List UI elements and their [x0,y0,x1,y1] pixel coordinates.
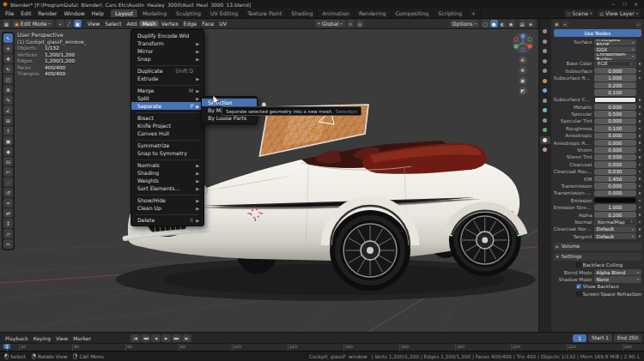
property-value-field[interactable]: 0.000 [594,68,636,74]
decorator-dot-icon[interactable] [638,200,641,202]
shading-mode-button-solid-shading[interactable]: ● [490,20,498,27]
decorator-dot-icon[interactable] [638,135,641,137]
current-frame-field[interactable]: 1 [573,334,586,342]
menu-item[interactable]: Normals ▶ [131,161,204,169]
tool-button-tool-move[interactable]: ✥ [3,54,13,63]
checkbox[interactable] [576,292,581,297]
menu-item[interactable]: Transform ▶ [131,39,204,47]
decorator-dot-icon[interactable] [638,235,641,238]
settings-value-field[interactable] [576,284,581,289]
decorator-dot-icon[interactable] [638,171,641,173]
viewport-menu-item[interactable]: UV [216,21,229,27]
tool-button-tool-bevel[interactable]: ◆ [3,147,13,156]
settings-value-field[interactable]: None [594,276,641,282]
playback-button-next-keyframe[interactable]: ▶▶ [172,334,181,342]
decorator-dot-icon[interactable] [638,99,641,101]
decorator-dot-icon[interactable] [638,128,641,130]
decorator-dot-icon[interactable] [638,228,641,231]
shading-mode-button-rendered-shading[interactable]: ◉ [507,20,515,27]
decorator-dot-icon[interactable] [638,207,641,209]
menu-item[interactable]: Separate P ▶ [131,102,204,110]
property-value-field[interactable]: 1.450 [594,176,636,182]
decorator-dot-icon[interactable] [638,149,641,152]
options-dropdown[interactable]: Options ▾ [450,20,479,27]
app-menu-item[interactable]: Window [60,9,88,17]
playback-button-play-reverse[interactable]: ◀ [151,334,161,342]
properties-tab-output[interactable] [540,38,550,45]
decorator-dot-icon[interactable] [638,141,641,144]
menu-item[interactable]: Extrude ▶ [131,75,204,82]
search-icon[interactable]: ⌕ [635,21,641,27]
workspace-tab[interactable]: Shading [287,9,318,17]
decorator-dot-icon[interactable] [638,113,641,116]
proportional-editing-icon[interactable]: ◎ [356,20,364,27]
property-value-field[interactable]: 0.000 [594,183,636,189]
viewport-gizmo-button-zoom-gizmo[interactable]: ⊕ [519,56,527,64]
properties-tab-physics[interactable] [540,106,550,114]
settings-value-field[interactable]: Alpha Blend [594,269,641,275]
decorator-dot-icon[interactable] [638,192,641,195]
viewport-menu-item[interactable]: Add [124,21,139,27]
checkbox[interactable] [576,284,581,289]
workspace-tab[interactable]: Rendering [355,9,392,17]
properties-tab-constraints[interactable] [540,117,550,124]
select-mode-button-vertex-select[interactable]: ∙ [57,20,64,27]
viewport-gizmo-button-camera-view-gizmo[interactable]: ▣ [519,76,527,85]
tool-button-tool-annotate[interactable]: ✎ [3,95,13,105]
app-menu-item[interactable]: File [2,9,17,17]
property-value-field[interactable] [594,97,636,103]
viewport-gizmo-button-perspective-toggle-gizmo[interactable]: ◩ [519,87,527,95]
menu-item[interactable]: Snap ▶ [131,55,204,63]
workspace-tab[interactable]: UV Editing [206,9,243,17]
decorator-dot-icon[interactable] [638,92,641,94]
menu-item[interactable]: Split ▶ [131,94,204,102]
app-menu-item[interactable]: Render [34,9,60,17]
app-menu-item[interactable]: Edit [17,9,34,17]
end-frame-field[interactable]: End 250 [614,334,641,342]
property-value-field[interactable]: 0.500 [594,111,636,117]
tool-button-tool-select-box[interactable]: ↖ [3,33,13,43]
property-value-field[interactable]: 0.030 [594,169,636,175]
tool-button-tool-shear[interactable]: ▱ [3,229,13,238]
playback-button-prev-keyframe[interactable]: ◀◀ [141,334,150,342]
workspace-tab[interactable]: + [467,9,481,17]
menu-item[interactable]: ▶ [136,63,199,66]
menu-item[interactable]: Shading ▶ [131,169,204,177]
property-value-field[interactable]: Principled BSDF [594,39,636,45]
menu-item[interactable]: Duplicate Shift D ▶ [131,67,204,75]
property-value-field[interactable]: 0.500 [594,154,636,160]
tool-button-tool-cursor[interactable]: ✛ [3,44,13,53]
property-value-field[interactable]: 0.000 [594,118,636,124]
property-value-field[interactable]: 0.000 [594,104,636,110]
menu-item[interactable]: ▶ [136,111,199,113]
menu-item[interactable]: Clean Up ▶ [131,204,204,212]
property-value-field[interactable]: 1.000 [594,75,636,81]
decorator-dot-icon[interactable] [638,63,641,65]
checkbox[interactable] [576,262,581,268]
properties-tab-material[interactable] [540,136,550,144]
properties-tab-modifiers[interactable] [540,87,550,94]
shading-mode-button-material-preview-shading[interactable]: ◐ [499,20,507,27]
overlay-toggle-button-xray-toggle[interactable]: ◈ [527,20,535,27]
workspace-tab[interactable]: Modeling [138,9,172,17]
tool-button-tool-extrude-region[interactable]: ⇧ [3,126,13,135]
decorator-dot-icon[interactable] [638,77,641,80]
tool-button-tool-loop-cut[interactable]: ⊟ [3,157,13,166]
select-mode-button-face-select[interactable]: ▣ [74,20,82,27]
decorator-dot-icon[interactable] [638,56,641,58]
menu-item[interactable]: ▶ [136,83,199,86]
scene-selector[interactable]: ◳ Scene ▾ [564,9,595,17]
snap-magnet-icon[interactable]: ∩ [347,20,355,27]
property-value-field[interactable]: Default [594,226,636,232]
property-value-field[interactable]: 1.000 [594,204,636,210]
settings-value-field[interactable] [576,292,581,297]
overlay-toggle-button-show-overlays-toggle[interactable]: ▤ [519,20,526,27]
playback-button-jump-to-start[interactable]: |◀ [131,334,140,342]
workspace-tab[interactable]: Compositing [392,9,434,17]
property-value-field[interactable]: 0.200 [594,82,636,88]
property-value-field[interactable]: Christensen-Burley [594,53,636,59]
workspace-tab[interactable]: Texture Paint [243,9,287,17]
viewport-gizmo-button-pan-gizmo[interactable]: ✥ [519,66,527,75]
tool-button-tool-scale[interactable]: ◰ [3,75,13,84]
menu-item[interactable]: Merge M ▶ [131,87,204,94]
